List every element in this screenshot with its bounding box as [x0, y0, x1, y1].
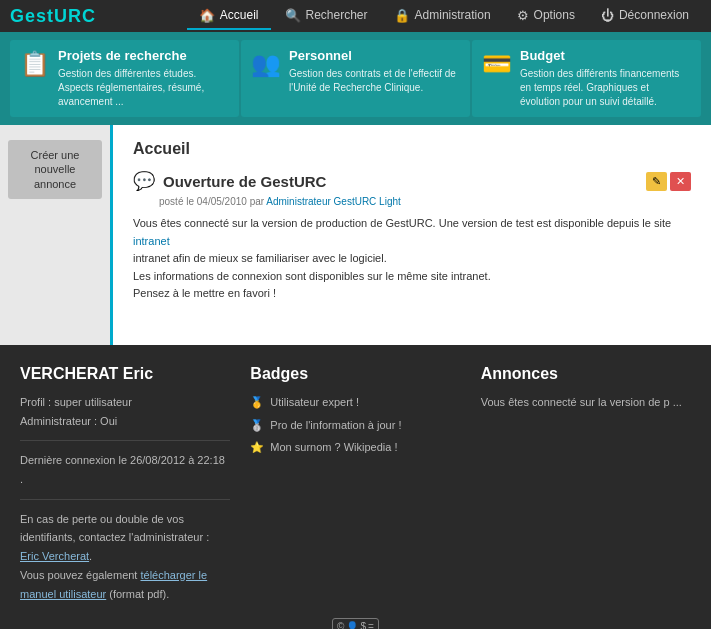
personnel-card-icon: 👥	[251, 50, 281, 78]
footer-last-login: Dernière connexion le 26/08/2012 à 22:18…	[20, 451, 230, 488]
deconnexion-nav-label: Déconnexion	[619, 8, 689, 22]
personnel-card-title: Personnel	[289, 48, 460, 63]
administration-nav-label: Administration	[415, 8, 491, 22]
rechercher-nav-icon: 🔍	[285, 8, 301, 23]
footer-annonces-title: Annonces	[481, 365, 691, 383]
top-card-projets[interactable]: 📋 Projets de recherche Gestion des diffé…	[10, 40, 239, 117]
footer-bottom: © 👤 $ = Patch 1.1.01	[0, 618, 711, 629]
rechercher-nav-label: Rechercher	[306, 8, 368, 22]
footer-manual: Vous pouvez également télécharger le man…	[20, 566, 230, 603]
top-cards: 📋 Projets de recherche Gestion des diffé…	[0, 32, 711, 125]
nav-item-administration[interactable]: 🔒Administration	[382, 3, 503, 30]
badge-item-1: 🥈Pro de l'information à jour !	[250, 416, 460, 435]
footer-badges-title: Badges	[250, 365, 460, 383]
news-meta: posté le 04/05/2010 par Administrateur G…	[159, 196, 691, 207]
main-nav: 🏠Accueil🔍Rechercher🔒Administration⚙Optio…	[187, 3, 701, 30]
footer-profil: Profil : super utilisateur	[20, 393, 230, 412]
top-card-personnel[interactable]: 👥 Personnel Gestion des contrats et de l…	[241, 40, 470, 117]
news-header: 💬 Ouverture de GestURC ✎ ✕	[133, 170, 691, 192]
nav-item-deconnexion[interactable]: ⏻Déconnexion	[589, 3, 701, 30]
news-edit-button[interactable]: ✎	[646, 172, 667, 191]
sidebar: Créer une nouvelle annonce	[0, 125, 110, 345]
badge-label-1: Pro de l'information à jour !	[270, 416, 401, 435]
badge-icon-1: 🥈	[250, 416, 264, 435]
projets-card-text: Gestion des différentes études. Aspects …	[58, 67, 229, 109]
personnel-card-content: Personnel Gestion des contrats et de l'e…	[289, 48, 460, 95]
cc-nc-icon: $	[360, 621, 366, 629]
badge-label-2: Mon surnom ? Wikipedia !	[270, 438, 397, 457]
projets-card-content: Projets de recherche Gestion des différe…	[58, 48, 229, 109]
footer-lost-creds: En cas de perte ou double de vos identif…	[20, 510, 230, 566]
news-body-line-0: Vous êtes connecté sur la version de pro…	[133, 217, 671, 247]
news-body-line-2: Les informations de connexion sont dispo…	[133, 270, 491, 282]
cc-license-badge: © 👤 $ =	[332, 618, 379, 629]
footer-admin-link[interactable]: Eric Vercherat	[20, 550, 89, 562]
cc-nd-icon: =	[368, 621, 374, 629]
cc-by-icon: 👤	[346, 621, 358, 629]
app-logo: GestURC	[10, 6, 96, 27]
footer-user-col: VERCHERAT Eric Profil : super utilisateu…	[20, 365, 230, 603]
badge-label-0: Utilisateur expert !	[270, 393, 359, 412]
news-title: Ouverture de GestURC	[163, 173, 326, 190]
badge-icon-0: 🥇	[250, 393, 264, 412]
options-nav-icon: ⚙	[517, 8, 529, 23]
deconnexion-nav-icon: ⏻	[601, 8, 614, 23]
administration-nav-icon: 🔒	[394, 8, 410, 23]
footer-badges-col: Badges 🥇Utilisateur expert !🥈Pro de l'in…	[250, 365, 460, 603]
nav-item-rechercher[interactable]: 🔍Rechercher	[273, 3, 380, 30]
personnel-card-text: Gestion des contrats et de l'effectif de…	[289, 67, 460, 95]
cc-icon: ©	[337, 621, 344, 629]
page-title: Accueil	[133, 140, 691, 158]
footer-annonces-col: Annonces Vous êtes connecté sur la versi…	[481, 365, 691, 603]
footer-admin: Administrateur : Oui	[20, 412, 230, 431]
projets-card-title: Projets de recherche	[58, 48, 229, 63]
news-body: Vous êtes connecté sur la version de pro…	[133, 215, 691, 303]
nav-item-accueil[interactable]: 🏠Accueil	[187, 3, 271, 30]
budget-card-title: Budget	[520, 48, 691, 63]
budget-card-content: Budget Gestion des différents financemen…	[520, 48, 691, 109]
footer-annonces-text: Vous êtes connecté sur la version de p .…	[481, 393, 691, 412]
budget-card-text: Gestion des différents financements en t…	[520, 67, 691, 109]
badges-container: 🥇Utilisateur expert !🥈Pro de l'informati…	[250, 393, 460, 457]
header: GestURC 🏠Accueil🔍Rechercher🔒Administrati…	[0, 0, 711, 32]
footer-user-name: VERCHERAT Eric	[20, 365, 230, 383]
intranet-link[interactable]: intranet	[133, 235, 170, 247]
main-content: Créer une nouvelle annonce Accueil 💬 Ouv…	[0, 125, 711, 345]
news-delete-button[interactable]: ✕	[670, 172, 691, 191]
news-author-link[interactable]: Administrateur GestURC Light	[266, 196, 401, 207]
badge-item-2: ⭐Mon surnom ? Wikipedia !	[250, 438, 460, 457]
news-body-line-1: intranet afin de mieux se familiariser a…	[133, 252, 387, 264]
badge-item-0: 🥇Utilisateur expert !	[250, 393, 460, 412]
content-area: Accueil 💬 Ouverture de GestURC ✎ ✕ posté…	[110, 125, 711, 345]
news-item-ouverture: 💬 Ouverture de GestURC ✎ ✕ posté le 04/0…	[133, 170, 691, 303]
budget-card-icon: 💳	[482, 50, 512, 78]
badge-icon-2: ⭐	[250, 438, 264, 457]
accueil-nav-icon: 🏠	[199, 8, 215, 23]
create-annonce-button[interactable]: Créer une nouvelle annonce	[8, 140, 102, 199]
news-chat-icon: 💬	[133, 170, 155, 192]
projets-card-icon: 📋	[20, 50, 50, 78]
options-nav-label: Options	[534, 8, 575, 22]
accueil-nav-label: Accueil	[220, 8, 259, 22]
news-actions: ✎ ✕	[646, 172, 691, 191]
top-card-budget[interactable]: 💳 Budget Gestion des différents financem…	[472, 40, 701, 117]
nav-item-options[interactable]: ⚙Options	[505, 3, 587, 30]
news-container: 💬 Ouverture de GestURC ✎ ✕ posté le 04/0…	[133, 170, 691, 303]
news-body-line-3: Pensez à le mettre en favori !	[133, 287, 276, 299]
footer: VERCHERAT Eric Profil : super utilisateu…	[0, 345, 711, 618]
news-title-area: 💬 Ouverture de GestURC	[133, 170, 326, 192]
